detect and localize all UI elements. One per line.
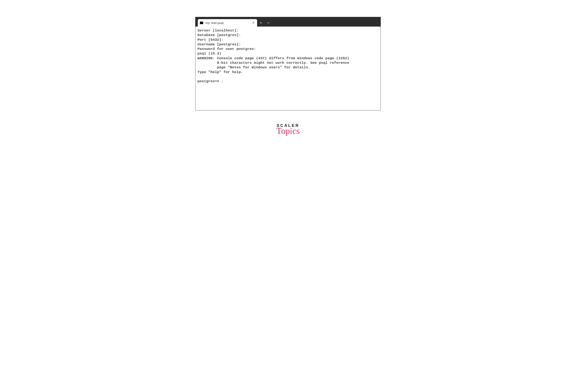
tab-dropdown-button[interactable] bbox=[264, 19, 272, 26]
terminal-line: WARNING: Console code page (437) differs… bbox=[198, 56, 349, 60]
close-icon[interactable] bbox=[252, 21, 255, 25]
new-tab-button[interactable] bbox=[257, 19, 264, 26]
terminal-line: psql (15.3) bbox=[198, 52, 221, 55]
titlebar-actions bbox=[257, 19, 272, 26]
titlebar: SQL Shell (psql) bbox=[196, 17, 380, 26]
terminal-prompt: postgres=# bbox=[198, 79, 221, 83]
brand-text-bottom: Topics bbox=[276, 127, 300, 135]
terminal-line: Type "help" for help. bbox=[198, 70, 243, 74]
tab-title: SQL Shell (psql) bbox=[205, 22, 252, 24]
terminal-line: page "Notes for Windows users" for detai… bbox=[198, 65, 310, 69]
terminal-line: Server [localhost]: bbox=[198, 28, 239, 32]
terminal-line: Username [postgres]: bbox=[198, 42, 241, 46]
terminal-line: 8-bit characters might not work correctl… bbox=[198, 61, 349, 65]
terminal-cursor bbox=[222, 79, 223, 83]
terminal-line: Database [postgres]: bbox=[198, 33, 241, 37]
terminal-line: Port [5432]: bbox=[198, 38, 224, 42]
terminal-window: SQL Shell (psql) Server [localhost]: Dat… bbox=[195, 17, 381, 110]
terminal-tab[interactable]: SQL Shell (psql) bbox=[198, 19, 257, 26]
terminal-content[interactable]: Server [localhost]: Database [postgres]:… bbox=[196, 26, 380, 110]
terminal-line: Password for user postgres: bbox=[198, 47, 256, 51]
terminal-tab-icon bbox=[200, 22, 203, 24]
brand-logo: SCALER Topics bbox=[276, 123, 300, 135]
